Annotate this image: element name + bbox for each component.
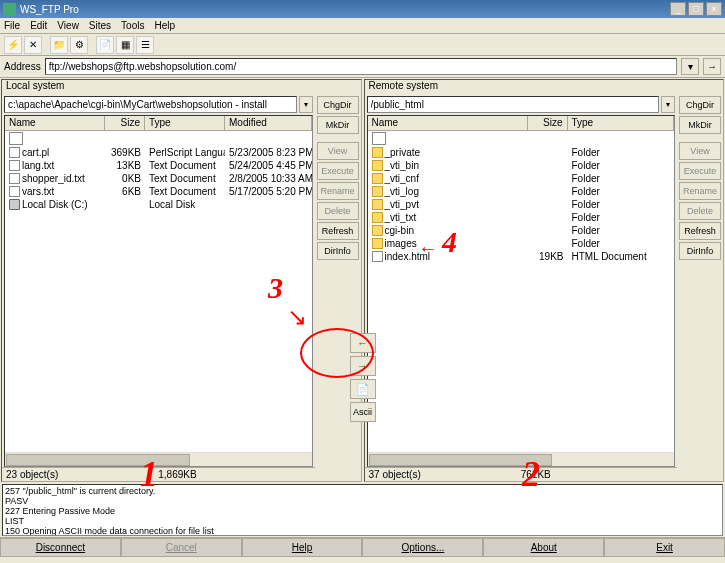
local-listview[interactable]: Name Size Type Modified cart.pl369KBPerl… (4, 115, 313, 467)
upload-button[interactable]: → (350, 356, 376, 376)
remote-updir-icon[interactable] (372, 132, 386, 145)
local-chgdir-button[interactable]: ChgDir (317, 96, 359, 114)
options-button[interactable]: Options... (362, 538, 483, 557)
local-col-name[interactable]: Name (5, 116, 105, 130)
toolbar: ⚡ ✕ 📁 ⚙ 📄 ▦ ☰ (0, 34, 725, 56)
menu-help[interactable]: Help (154, 20, 175, 31)
main-area: Local system ▾ Name Size Type Modified c… (0, 78, 725, 483)
remote-path-input[interactable] (367, 96, 660, 113)
local-updir-icon[interactable] (9, 132, 23, 145)
remote-side-buttons: ChgDir MkDir View Execute Rename Delete … (677, 94, 723, 481)
remote-refresh-button[interactable]: Refresh (679, 222, 721, 240)
remote-view-button[interactable]: View (679, 142, 721, 160)
local-view-button[interactable]: View (317, 142, 359, 160)
local-path-dropdown-icon[interactable]: ▾ (299, 96, 313, 113)
maximize-button[interactable]: □ (688, 2, 704, 16)
local-side-buttons: ChgDir MkDir View Execute Rename Delete … (315, 94, 361, 481)
menu-view[interactable]: View (57, 20, 79, 31)
toolbar-sites-icon[interactable]: 📁 (50, 36, 68, 54)
menu-tools[interactable]: Tools (121, 20, 144, 31)
drive-icon (9, 199, 20, 210)
table-row[interactable]: shopper_id.txt0KBText Document2/8/2005 1… (5, 172, 312, 185)
table-row[interactable]: _vti_cnfFolder (368, 172, 675, 185)
local-execute-button[interactable]: Execute (317, 162, 359, 180)
address-input[interactable] (45, 58, 677, 75)
remote-dirinfo-button[interactable]: DirInfo (679, 242, 721, 260)
table-row[interactable]: imagesFolder (368, 237, 675, 250)
remote-col-type[interactable]: Type (568, 116, 675, 130)
table-row[interactable]: cart.pl369KBPerlScript Language5/23/2005… (5, 146, 312, 159)
table-row[interactable]: _vti_pvtFolder (368, 198, 675, 211)
log-line: LIST (5, 516, 24, 526)
local-mkdir-button[interactable]: MkDir (317, 116, 359, 134)
table-row[interactable]: lang.txt13KBText Document5/24/2005 4:45 … (5, 159, 312, 172)
close-button[interactable]: × (706, 2, 722, 16)
folder-icon (372, 212, 383, 223)
transfer-buttons: ← → 📄 Ascii (349, 333, 377, 422)
folder-icon (372, 238, 383, 249)
table-row[interactable]: Local Disk (C:)Local Disk (5, 198, 312, 211)
minimize-button[interactable]: _ (670, 2, 686, 16)
toolbar-view2-icon[interactable]: ☰ (136, 36, 154, 54)
toolbar-view1-icon[interactable]: ▦ (116, 36, 134, 54)
menu-sites[interactable]: Sites (89, 20, 111, 31)
table-row[interactable]: _vti_txtFolder (368, 211, 675, 224)
folder-icon (372, 225, 383, 236)
toolbar-disconnect-icon[interactable]: ✕ (24, 36, 42, 54)
toolbar-options-icon[interactable]: ⚙ (70, 36, 88, 54)
help-button[interactable]: Help (242, 538, 363, 557)
menu-file[interactable]: File (4, 20, 20, 31)
titlebar: WS_FTP Pro _ □ × (0, 0, 725, 18)
local-status-objects: 23 object(s) (6, 469, 158, 480)
local-path-input[interactable] (4, 96, 297, 113)
exit-button[interactable]: Exit (604, 538, 725, 557)
table-row[interactable]: index.html19KBHTML Document (368, 250, 675, 263)
table-row[interactable]: _vti_logFolder (368, 185, 675, 198)
remote-listview[interactable]: Name Size Type _privateFolder_vti_binFol… (367, 115, 676, 467)
table-row[interactable]: cgi-binFolder (368, 224, 675, 237)
local-col-modified[interactable]: Modified (225, 116, 312, 130)
address-dropdown-icon[interactable]: ▾ (681, 58, 699, 75)
menu-edit[interactable]: Edit (30, 20, 47, 31)
disconnect-button[interactable]: Disconnect (0, 538, 121, 557)
local-refresh-button[interactable]: Refresh (317, 222, 359, 240)
remote-rename-button[interactable]: Rename (679, 182, 721, 200)
folder-icon (372, 147, 383, 158)
remote-pane-label: Remote system (365, 80, 724, 94)
log-line: 257 "/public_html" is current directory. (5, 486, 155, 496)
folder-icon (372, 186, 383, 197)
toolbar-connect-icon[interactable]: ⚡ (4, 36, 22, 54)
file-icon (372, 251, 383, 262)
remote-execute-button[interactable]: Execute (679, 162, 721, 180)
remote-path-dropdown-icon[interactable]: ▾ (661, 96, 675, 113)
address-go-icon[interactable]: → (703, 58, 721, 75)
remote-hscroll[interactable] (368, 452, 675, 466)
log-line-success: transferred 2560 bytes in 0.100 seconds,… (5, 535, 289, 536)
transfer-mode-icon[interactable]: 📄 (350, 379, 376, 399)
download-button[interactable]: ← (350, 333, 376, 353)
folder-icon (372, 160, 383, 171)
table-row[interactable]: _privateFolder (368, 146, 675, 159)
log-line: PASV (5, 496, 28, 506)
folder-icon (372, 173, 383, 184)
remote-pane: Remote system ▾ Name Size Type _privateF… (364, 79, 725, 482)
log-pane[interactable]: 257 "/public_html" is current directory.… (2, 484, 723, 536)
local-hscroll[interactable] (5, 452, 312, 466)
remote-chgdir-button[interactable]: ChgDir (679, 96, 721, 114)
about-button[interactable]: About (483, 538, 604, 557)
local-dirinfo-button[interactable]: DirInfo (317, 242, 359, 260)
local-delete-button[interactable]: Delete (317, 202, 359, 220)
remote-col-size[interactable]: Size (528, 116, 568, 130)
local-col-size[interactable]: Size (105, 116, 145, 130)
remote-col-name[interactable]: Name (368, 116, 528, 130)
table-row[interactable]: _vti_binFolder (368, 159, 675, 172)
local-col-type[interactable]: Type (145, 116, 225, 130)
cancel-button[interactable]: Cancel (121, 538, 242, 557)
remote-mkdir-button[interactable]: MkDir (679, 116, 721, 134)
table-row[interactable]: vars.txt6KBText Document5/17/2005 5:20 P… (5, 185, 312, 198)
file-icon (9, 160, 20, 171)
toolbar-new-icon[interactable]: 📄 (96, 36, 114, 54)
ascii-button[interactable]: Ascii (350, 402, 376, 422)
remote-delete-button[interactable]: Delete (679, 202, 721, 220)
local-rename-button[interactable]: Rename (317, 182, 359, 200)
